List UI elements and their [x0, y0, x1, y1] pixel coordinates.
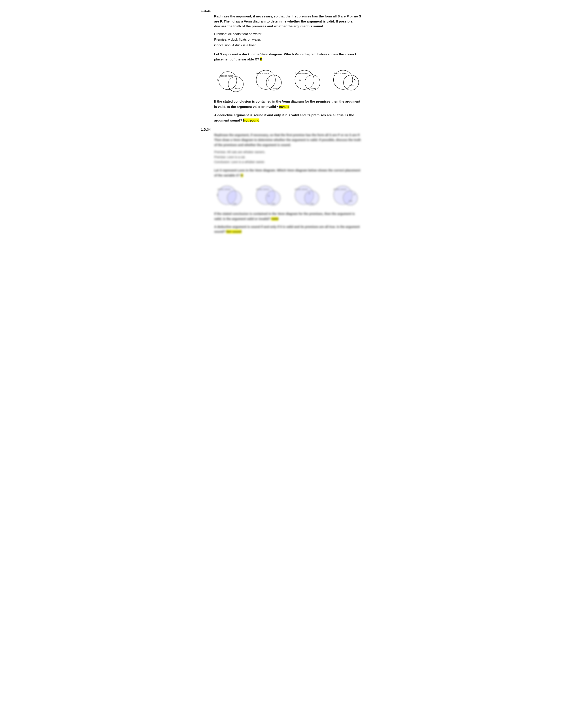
- svg-text:boats: boats: [312, 88, 317, 90]
- premise-1: Premise: All boats float on water.: [214, 31, 362, 37]
- sound-question-block: A deductive argument is sound if and onl…: [214, 113, 362, 123]
- valid-question-block: If the stated conclusion is contained in…: [214, 99, 362, 109]
- svg-text:whisker owners: whisker owners: [217, 188, 231, 190]
- svg-text:X: X: [217, 78, 219, 81]
- svg-text:boats: boats: [349, 84, 354, 87]
- venn-answer: B: [260, 57, 262, 61]
- svg-point-0: [219, 72, 237, 90]
- svg-text:boats: boats: [235, 87, 240, 90]
- venn-question: Let X represent a duck in the Venn diagr…: [214, 52, 362, 62]
- svg-text:floats on water: floats on water: [256, 72, 269, 75]
- svg-text:cats: cats: [349, 200, 353, 202]
- svg-text:cats: cats: [271, 203, 275, 205]
- svg-text:cats: cats: [310, 203, 314, 205]
- problem-1-block: Rephrase the argument, if necessary, so …: [214, 14, 362, 123]
- svg-text:X: X: [299, 78, 301, 81]
- problem-2-label: 1.D.34: [201, 128, 362, 131]
- svg-text:boats: boats: [273, 88, 278, 90]
- sound-answer: Not sound: [243, 118, 259, 122]
- venn-diagram-C: floats on water boats X: [292, 65, 324, 94]
- svg-text:floats on water: floats on water: [334, 72, 347, 75]
- svg-text:X: X: [309, 192, 310, 195]
- svg-point-36: [343, 191, 358, 205]
- svg-text:X: X: [267, 79, 269, 81]
- svg-text:X: X: [354, 193, 355, 196]
- svg-text:X: X: [217, 193, 218, 196]
- premise-2: Premise: A duck floats on water.: [214, 37, 362, 42]
- problem-1-label: 1.D.31: [201, 9, 362, 13]
- svg-text:whisker owners: whisker owners: [295, 188, 308, 190]
- svg-text:X: X: [354, 78, 356, 81]
- venn-diagram-B: floats on water boats X: [253, 65, 285, 94]
- svg-text:floats on water: floats on water: [295, 72, 308, 75]
- venn-diagram-A: floats on water boats X: [214, 65, 246, 94]
- svg-text:whisker owners: whisker owners: [333, 188, 347, 190]
- conclusion: Conclusion: A duck is a boat.: [214, 42, 362, 48]
- svg-text:floats on water: floats on water: [220, 75, 233, 77]
- venn-diagram-D: floats on water boats X: [330, 65, 362, 94]
- svg-text:whisker owners: whisker owners: [256, 188, 269, 190]
- svg-text:cats: cats: [233, 203, 237, 205]
- svg-text:X: X: [268, 194, 269, 197]
- valid-answer: Invalid: [279, 105, 290, 109]
- problem-2-block: Rephrase the argument, if necessary, so …: [214, 133, 362, 234]
- venn-diagrams-row: floats on water boats X floats on water …: [214, 65, 362, 94]
- instruction-text: Rephrase the argument, if necessary, so …: [214, 14, 362, 29]
- svg-point-16: [344, 75, 359, 90]
